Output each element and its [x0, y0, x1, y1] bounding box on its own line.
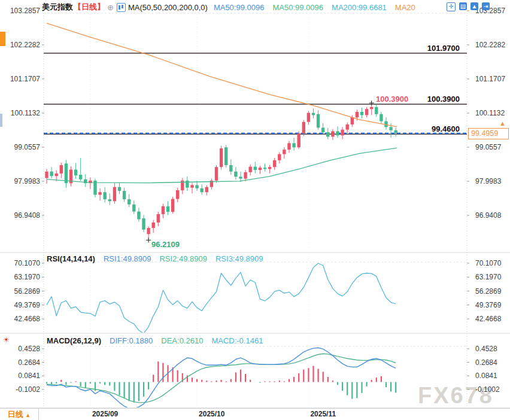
ma-value-label: MA50:99.0096	[214, 3, 265, 12]
main-y-label-right: 96.9408	[475, 211, 501, 220]
rsi-y-label-right: 70.1070	[475, 259, 501, 267]
candlestick-chart-icon[interactable]	[117, 3, 126, 12]
indicator-value-label: DEA:0.2610	[161, 336, 203, 345]
rsi-y-label-left: 49.3769	[0, 301, 40, 309]
chart-canvas[interactable]	[0, 0, 510, 420]
rsi-y-label-left: 63.1970	[0, 273, 40, 281]
macd-y-label-right: 0.4528	[475, 345, 497, 353]
rsi-y-label-left: 42.4668	[0, 315, 40, 323]
main-y-label-right: 99.0557	[475, 143, 501, 151]
price-up-arrow-icon: ▲	[499, 120, 506, 127]
indicator-value-label: RSI2:49.8909	[159, 254, 207, 263]
crosshair-icon[interactable]: ✛	[447, 2, 456, 11]
macd-y-label-left: 0.0841	[0, 372, 40, 380]
indicator-value-label: DIFF:0.1880	[110, 336, 153, 345]
pane-chart-icon[interactable]: ▲	[470, 2, 478, 10]
macd-y-label-right: 0.2684	[475, 358, 497, 367]
rsi-y-label-left: 70.1070	[0, 259, 40, 267]
add-circle-icon[interactable]: ⊕	[107, 3, 114, 12]
indicator-settings-icon[interactable]: ☀	[3, 336, 10, 344]
indicator-value-label: MACD:-0.1461	[211, 336, 263, 345]
low-price-annotation: 96.2109	[151, 240, 180, 249]
main-y-label-right: 101.1707	[475, 75, 505, 83]
chart-toolbar: ✛▤▲⇥	[447, 2, 490, 11]
rsi-y-label-right: 49.3769	[475, 301, 501, 309]
collapse-right-icon[interactable]: ⇥	[482, 2, 490, 10]
main-y-label-left: 96.9408	[0, 211, 40, 220]
price-line-label: 99.4600	[412, 124, 460, 133]
bottom-axis-bar: 日线 ▲ 2025/092025/102025/11	[0, 408, 510, 420]
main-y-label-left: 100.1132	[0, 109, 40, 117]
chart-header: 美元指数 【日线】 ⊕ MA(50,50,200,200,0,0) MA50:9…	[42, 2, 415, 13]
left-edge-scroll-tab	[0, 114, 2, 127]
x-axis-date-label: 2025/11	[310, 410, 336, 418]
price-line-label: 101.9700	[412, 44, 460, 53]
chart-app: FX678 美元指数 【日线】 ⊕ MA(50,50,200,200,0,0) …	[0, 0, 510, 420]
page-title: 美元指数	[42, 2, 73, 13]
macd-y-label-right: -0.1002	[475, 385, 500, 394]
main-y-label-left: 99.0557	[0, 143, 40, 151]
main-y-label-right: 97.9983	[475, 177, 501, 185]
main-y-label-right: 102.2282	[475, 41, 505, 49]
timeframe-arrow-icon: ▲	[25, 412, 31, 418]
rsi-y-label-right: 63.1970	[475, 273, 501, 281]
ma-value-label: MA50:99.0096	[272, 3, 323, 12]
macd-header: MACD(26,12,9) DIFF:0.1880DEA:0.2610MACD:…	[47, 336, 263, 345]
indicator-value-label: RSI3:49.8909	[215, 254, 263, 263]
left-edge-orange-tab[interactable]	[0, 32, 5, 46]
current-price-tag: 99.4959	[468, 128, 509, 139]
ma-value-label: MA200:99.6681	[332, 3, 387, 12]
timeframe-tag: 【日线】	[74, 2, 105, 13]
timeframe-selector[interactable]: 日线 ▲	[0, 409, 39, 420]
indicator-value-label: RSI1:49.8909	[104, 254, 151, 263]
main-y-label-left: 97.9983	[0, 177, 40, 185]
macd-y-label-left: 0.4528	[0, 345, 40, 353]
rsi-y-label-left: 56.2869	[0, 287, 40, 296]
rsi-y-label-right: 42.4668	[475, 315, 501, 323]
ma-values: MA50:99.0096MA50:99.0096MA200:99.6681MA2…	[214, 3, 415, 12]
price-line-label: 100.3900	[412, 95, 460, 104]
macd-title[interactable]: MACD(26,12,9)	[47, 336, 101, 345]
main-y-label-left: 101.1707	[0, 75, 40, 83]
x-axis-date-label: 2025/09	[92, 410, 118, 418]
main-y-label-left: 103.2857	[0, 7, 40, 15]
ma-value-label: MA20	[395, 3, 415, 12]
x-axis-date-label: 2025/10	[199, 410, 224, 418]
macd-y-label-left: 0.2684	[0, 358, 40, 367]
macd-y-label-left: -0.1002	[0, 385, 40, 394]
rsi-header: RSI(14,14,14) RSI1:49.8909RSI2:49.8909RS…	[47, 254, 263, 263]
macd-y-label-right: 0.0841	[475, 372, 497, 380]
rsi-title[interactable]: RSI(14,14,14)	[47, 254, 95, 263]
main-y-label-right: 100.1132	[475, 109, 505, 117]
pane-grid-icon[interactable]: ▤	[459, 2, 467, 10]
high-price-annotation: 100.3900	[376, 95, 408, 104]
rsi-y-label-right: 56.2869	[475, 287, 501, 296]
timeframe-label: 日线	[8, 410, 23, 419]
main-y-label-left: 102.2282	[0, 41, 40, 49]
ma-settings-label[interactable]: MA(50,50,200,200,0,0)	[128, 3, 208, 12]
